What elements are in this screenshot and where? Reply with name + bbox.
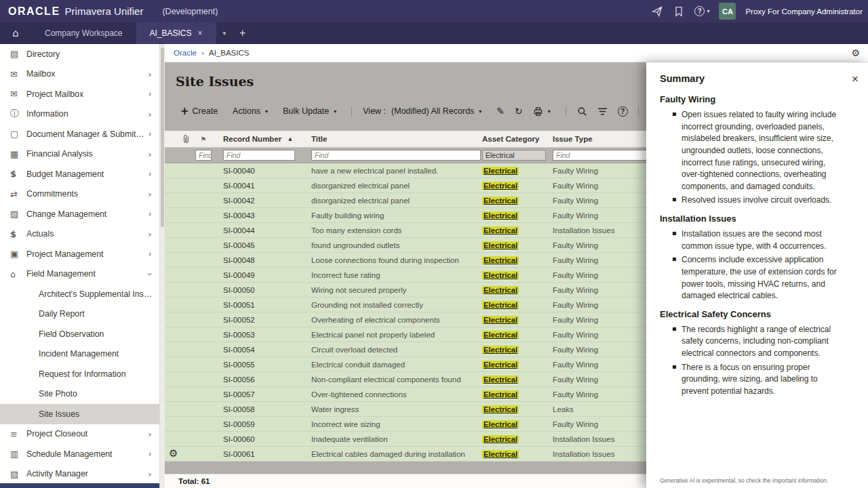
tab-ai-basics[interactable]: AI_BASICS × [136, 22, 216, 44]
sidebar-item[interactable]: Incident Management [0, 344, 159, 365]
asset-category-link[interactable]: Electrical [482, 435, 519, 443]
sidebar-item[interactable]: Request for Information [0, 364, 159, 384]
edit-icon[interactable]: ✎ [496, 106, 505, 117]
sidebar-item[interactable]: Schedule Management [0, 444, 159, 464]
bulk-update-menu[interactable]: Bulk Update ▾ [283, 106, 336, 116]
home-icon[interactable]: ⌂ [0, 22, 31, 44]
asset-category-link[interactable]: Electrical [482, 226, 519, 235]
asset-category-link[interactable]: Electrical [482, 316, 519, 324]
filter-issue-type-input[interactable]: Find [553, 150, 654, 161]
sidebar-item[interactable]: Commitments [0, 184, 159, 205]
asset-category-link[interactable]: Electrical [482, 346, 519, 354]
ai-disclaimer: Generative AI is experimental, so check … [660, 477, 861, 484]
refresh-icon[interactable]: ↻ [515, 106, 523, 117]
chevron-icon [146, 109, 154, 119]
asset-category-link[interactable]: Electrical [482, 167, 519, 175]
asset-category-link[interactable]: Electrical [482, 256, 519, 264]
chevron-down-icon: ▾ [265, 108, 268, 115]
filter-asset-category-input[interactable]: Electrical [482, 150, 546, 161]
asset-category-link[interactable]: Electrical [482, 286, 519, 294]
sidebar-item[interactable]: Daily Report [0, 304, 159, 325]
sidebar-item[interactable]: Architect's Supplemental Instruc... [0, 284, 159, 304]
filter-record-number-input[interactable]: Find [223, 150, 295, 161]
sidebar-item-label: Project Management [26, 249, 146, 259]
asset-category-link[interactable]: Electrical [482, 361, 519, 369]
tab-list-chevron-icon[interactable]: ▾ [216, 22, 233, 44]
printer-icon [533, 106, 543, 117]
help-menu[interactable]: ? ▾ [694, 6, 709, 16]
asset-category-link[interactable]: Electrical [482, 241, 519, 249]
create-button[interactable]: + Create [180, 105, 218, 117]
sidebar-item[interactable]: Financial Analysis [0, 144, 159, 165]
sidebar-item[interactable]: Project Management [0, 244, 159, 264]
print-menu[interactable]: ▾ [533, 106, 551, 117]
view-selector[interactable]: (Modified) All Records ▾ [391, 106, 481, 116]
sidebar-item[interactable]: Activity Manager [0, 464, 159, 485]
asset-category-link[interactable]: Electrical [482, 211, 519, 220]
asset-category-link[interactable]: Electrical [482, 301, 519, 309]
column-asset-category[interactable]: Asset Category [482, 135, 553, 143]
add-tab-button[interactable]: + [233, 22, 252, 44]
record-number-cell: SI-00043 [212, 211, 307, 220]
sidebar-item-icon [10, 429, 26, 439]
sidebar-item[interactable]: Document Manager & Submittals [0, 124, 159, 144]
record-number-cell: SI-00042 [212, 197, 307, 205]
send-icon[interactable] [651, 5, 663, 18]
help-icon[interactable]: ? [618, 106, 628, 117]
asset-category-link[interactable]: Electrical [482, 405, 519, 413]
asset-category-link[interactable]: Electrical [482, 420, 519, 428]
sidebar-item-icon [10, 149, 26, 159]
actions-menu[interactable]: Actions ▾ [233, 106, 268, 116]
asset-category-link[interactable]: Electrical [482, 390, 519, 399]
asset-category-link[interactable]: Electrical [482, 271, 519, 279]
sidebar-item[interactable]: Information [0, 104, 159, 125]
filter-icon[interactable] [597, 107, 608, 116]
sidebar-item[interactable]: Actuals [0, 224, 159, 245]
breadcrumb-separator-icon: › [201, 49, 204, 57]
tab-close-icon[interactable]: × [198, 28, 203, 38]
asset-category-link[interactable]: Electrical [482, 182, 519, 190]
bookmark-icon[interactable] [673, 5, 685, 18]
sidebar-item[interactable]: Budget Management [0, 164, 159, 184]
breadcrumb-root-link[interactable]: Oracle [174, 49, 197, 57]
flag-icon[interactable]: ⚑ [195, 136, 212, 143]
column-record-number[interactable]: Record Number ▲ [212, 135, 307, 143]
gear-icon[interactable]: ⚙ [851, 47, 860, 58]
record-number-cell: SI-00050 [212, 286, 307, 294]
sidebar-item[interactable]: Field Management [0, 264, 159, 285]
sidebar-item[interactable]: Site Photo [0, 384, 159, 405]
search-icon[interactable] [577, 106, 587, 117]
sidebar-item[interactable]: Project Mailbox [0, 84, 159, 104]
avatar[interactable]: CA [719, 3, 736, 20]
scrollbar-thumb[interactable] [161, 47, 164, 227]
sidebar-scrollbar[interactable] [160, 44, 165, 488]
app-root: ORACLE Primavera Unifier (Development) ?… [0, 0, 868, 488]
toolbar-divider [351, 106, 352, 117]
close-icon[interactable]: × [852, 73, 859, 85]
record-number-cell: SI-00055 [212, 361, 307, 369]
summary-section-heading: Faulty Wiring [660, 94, 848, 104]
sidebar-item[interactable]: Site Issues [0, 404, 159, 424]
asset-category-link[interactable]: Electrical [482, 375, 519, 384]
sidebar-item-icon [10, 249, 26, 259]
sidebar-item[interactable]: Field Observation [0, 324, 159, 344]
column-title[interactable]: Title [307, 135, 482, 143]
record-number-cell: SI-00054 [212, 346, 307, 354]
paperclip-icon[interactable] [177, 134, 195, 144]
sidebar-item[interactable]: Change Management [0, 204, 159, 224]
asset-category-link[interactable]: Electrical [482, 197, 519, 205]
filter-flag-input[interactable]: Find [195, 150, 212, 161]
asset-category-link[interactable]: Electrical [482, 331, 519, 339]
sidebar-item[interactable]: Project Closeout [0, 424, 159, 445]
chevron-icon [146, 429, 154, 439]
grid-settings-gear-icon[interactable]: ⚙ [169, 447, 178, 460]
sidebar-item[interactable]: Mailbox [0, 64, 159, 85]
chevron-icon [146, 89, 154, 99]
sidebar-item-label: Project Mailbox [26, 89, 146, 99]
sidebar-item[interactable]: Directory [0, 44, 159, 64]
record-number-cell: SI-00061 [212, 450, 307, 458]
filter-title-input[interactable]: Find [311, 150, 481, 161]
asset-category-link[interactable]: Electrical [482, 450, 519, 458]
sidebar-bottom-section[interactable] [0, 483, 160, 488]
tab-company-workspace[interactable]: Company Workspace [31, 22, 136, 44]
